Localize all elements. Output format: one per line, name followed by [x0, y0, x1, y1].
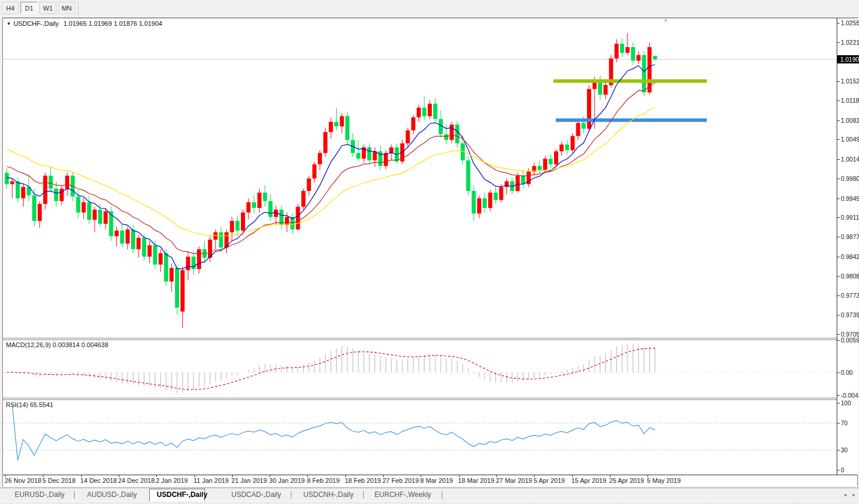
- price-tick: [837, 257, 840, 257]
- candle-body: [499, 187, 504, 200]
- timeframe-button-d1[interactable]: D1: [21, 2, 38, 14]
- price-tick: [837, 295, 840, 296]
- candle-body: [549, 159, 553, 164]
- time-tick-label: 5 May 2019: [647, 477, 680, 484]
- candle-body: [390, 147, 394, 153]
- time-tick-label: 26 Nov 2018: [5, 477, 41, 484]
- time-tick-label: 5 Dec 2018: [42, 477, 75, 484]
- price-tick: [837, 217, 840, 218]
- candle-body: [115, 231, 119, 237]
- tabs-scroll-left-icon[interactable]: ◂: [844, 492, 847, 498]
- candle-body: [126, 230, 130, 244]
- time-scale-axis[interactable]: 26 Nov 20185 Dec 201814 Dec 201824 Dec 2…: [3, 475, 857, 486]
- candle-body: [263, 193, 267, 201]
- rsi-indicator-plot[interactable]: RSI(14) 65.5541: [3, 400, 837, 475]
- chart-tab-eurchf[interactable]: EURCHF-,Weekly: [366, 489, 440, 500]
- time-tick-label: 30 Jan 2019: [269, 477, 305, 484]
- resistance-line[interactable]: [553, 79, 707, 83]
- tabs-scroll-right-icon[interactable]: ▸: [853, 492, 855, 498]
- chart-tab-audusd[interactable]: AUDUSD-,Daily: [77, 489, 147, 500]
- rsi-line: [12, 404, 655, 460]
- candles: [5, 33, 657, 328]
- price-tick-label: 0.98080: [841, 273, 859, 280]
- candle-body: [131, 230, 135, 250]
- price-tick: [837, 276, 840, 277]
- candle-body: [93, 210, 97, 220]
- rsi-label: RSI(14) 65.5541: [6, 401, 53, 408]
- candle-body: [444, 135, 448, 140]
- rsi-tick: [837, 423, 840, 424]
- candle-body: [269, 201, 273, 217]
- candle-body: [213, 232, 217, 240]
- candlestick-canvas[interactable]: [3, 18, 837, 338]
- tab-separator: [291, 491, 291, 499]
- candle-body: [615, 43, 619, 58]
- price-tick-label: 1.01520: [841, 78, 859, 85]
- candle-body: [334, 122, 338, 126]
- candle-body: [587, 89, 591, 129]
- price-chart-plot[interactable]: ▼USDCHF-,Daily1.01965 1.01969 1.01876 1.…: [3, 18, 837, 338]
- candle-body: [417, 107, 421, 117]
- chart-tab-eurusd[interactable]: EURUSD-,Daily: [5, 489, 75, 500]
- price-tick-label: 0.99800: [841, 175, 859, 182]
- candle-body: [653, 56, 657, 59]
- candle-body: [636, 55, 640, 61]
- candle-body: [384, 153, 388, 166]
- candle-body: [439, 119, 443, 135]
- candle-body: [175, 268, 179, 307]
- candle-body: [170, 268, 174, 281]
- price-tick-label: 1.01180: [841, 97, 859, 104]
- tab-separator: [363, 491, 364, 499]
- chart-tab-usdcad[interactable]: USDCAD-,Daily: [222, 489, 291, 500]
- candle-body: [642, 55, 646, 93]
- candle-body: [406, 130, 410, 143]
- candle-body: [477, 199, 481, 214]
- timeframe-button-mn[interactable]: MN: [58, 2, 75, 14]
- toolbar-separator: [78, 1, 79, 15]
- rsi-tick-label: 70: [841, 419, 848, 426]
- price-tick: [837, 159, 840, 160]
- rsi-tick-label: 0: [841, 466, 844, 473]
- time-tick-label: 27 Feb 2019: [382, 477, 419, 484]
- candle-body: [538, 166, 542, 170]
- macd-indicator-plot[interactable]: MACD(12,26,9) 0.003814 0.004638: [3, 340, 837, 398]
- candle-body: [505, 182, 509, 187]
- price-tick-label: 0.97730: [841, 292, 859, 299]
- candle-body: [307, 179, 311, 191]
- price-tick: [837, 42, 840, 43]
- price-tick: [837, 237, 840, 237]
- rsi-canvas[interactable]: [3, 400, 837, 475]
- macd-tick-label: 0.00: [841, 369, 853, 376]
- candle-body: [241, 213, 245, 231]
- bottom-scrollbar-sliver[interactable]: [0, 501, 859, 504]
- chart-dropdown-icon[interactable]: ▼: [6, 21, 11, 26]
- candle-body: [60, 189, 64, 201]
- chart-tab-usdchf[interactable]: USDCHF-,Daily: [149, 489, 205, 501]
- time-tick-label: 11 Jan 2019: [194, 477, 229, 484]
- price-tick: [837, 81, 840, 82]
- time-tick-label: 8 Feb 2019: [307, 477, 340, 484]
- candle-body: [422, 107, 427, 116]
- rsi-tick-label: 30: [841, 446, 848, 453]
- timeframe-button-h4[interactable]: H4: [2, 2, 19, 14]
- candle-body: [329, 122, 333, 132]
- candle-body: [318, 153, 322, 164]
- macd-canvas[interactable]: [3, 340, 837, 398]
- macd-tick: [837, 395, 840, 396]
- time-tick-label: 21 Jan 2019: [231, 477, 267, 484]
- macd-tick-label: -0.004243: [841, 392, 859, 399]
- candle-body: [521, 176, 525, 184]
- candle-body: [296, 207, 300, 230]
- candle-body: [603, 85, 608, 95]
- chart-shift-marker-icon[interactable]: ▼: [663, 18, 668, 23]
- candle-body: [373, 152, 377, 160]
- candle-body: [631, 47, 635, 61]
- candle-body: [488, 193, 492, 208]
- candle-body: [257, 193, 261, 208]
- price-scale-axis[interactable]: 1.01904 1.025501.022101.015201.011801.00…: [837, 18, 858, 475]
- chart-tab-usdcnh[interactable]: USDCNH-,Daily: [294, 489, 364, 500]
- timeframe-button-w1[interactable]: W1: [39, 2, 56, 14]
- time-tick-label: 14 Dec 2018: [80, 477, 117, 484]
- candle-body: [516, 176, 520, 191]
- tab-separator: [74, 491, 75, 499]
